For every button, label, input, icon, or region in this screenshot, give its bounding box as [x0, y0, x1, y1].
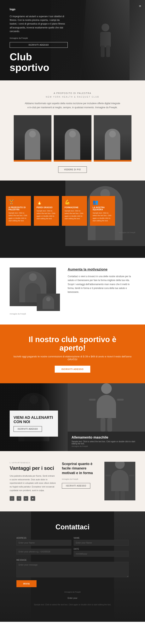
athlete-figure-3: [94, 115, 132, 162]
about-section: A proposito di palestra NEW YORK HEALTH …: [0, 80, 145, 180]
orange-cta-subtitle: Iscriviti oggi pagando le nostre commiss…: [10, 355, 135, 361]
feature-text-1: Sample text. Click to select the text bo…: [8, 212, 28, 222]
train-left-column: VIENI AD ALLENARTI CON NOI ISCRIVITI ADE…: [0, 383, 68, 451]
name-input[interactable]: [74, 540, 128, 546]
features-attribution: Immagine da Freepik: [4, 232, 137, 236]
train-right-text: Sample text. Click to select the text bo…: [72, 440, 141, 445]
membership-description: Una palestra strutturata per fiume, Sent…: [10, 474, 56, 492]
menu-icon[interactable]: ≡: [139, 4, 141, 8]
athlete-figure-2: [54, 115, 92, 162]
contact-form: Address Name Date Message: [16, 537, 128, 577]
figure-1: [25, 129, 40, 160]
address-input[interactable]: [16, 540, 71, 546]
feature-text-4: Sample text. Click to select the text bo…: [92, 212, 112, 222]
facebook-icon[interactable]: f: [10, 496, 14, 501]
phone-field-group: [16, 548, 71, 557]
train-right-title: Allenamento maschile: [72, 436, 141, 440]
date-field-group: Date: [74, 548, 128, 557]
about-club-name: NEW YORK HEALTH & RACQUET CLUB: [10, 96, 135, 98]
feature-card-1: 🏋 A PROPOSITO DI PALESTRA Sample text. C…: [6, 196, 31, 226]
train-box-title: VIENI AD ALLENARTI CON NOI: [14, 415, 54, 424]
motivation-attribution: Immagine da Freepik: [10, 313, 60, 315]
contact-title: Contattaci: [10, 523, 135, 531]
motivation-image-column: Immagine da Freepik: [10, 268, 60, 315]
enter-your-label: Enter your: [10, 597, 135, 599]
orange-bar-1: [14, 160, 52, 162]
motivation-small-image: [37, 294, 60, 311]
contact-attribution: Immagine da Freepik: [10, 591, 135, 593]
hero-title: Club sportivo: [10, 52, 68, 73]
hero-description: Ci impegniamo ad aiutarti a superare i t…: [10, 15, 68, 33]
train-right-info: Allenamento maschile Sample text. Click …: [68, 432, 145, 451]
youtube-icon[interactable]: ▶: [30, 496, 35, 501]
feature-card-4: 👥 LA NOSTRA SQUADRA Sample text. Click t…: [90, 196, 115, 226]
feature-cards-container: 🏋 A PROPOSITO DI PALESTRA Sample text. C…: [6, 188, 139, 234]
message-label: Message: [16, 559, 128, 561]
motivation-content: Aumenta la motivazione Contattaci o vien…: [68, 268, 135, 298]
feature-title-3: FORMAZIONE: [64, 206, 84, 208]
membership-image-column: [104, 462, 135, 501]
hero-attribution: Immagine da Freepik: [10, 37, 68, 39]
motivation-section: Immagine da Freepik Aumenta la motivazio…: [0, 258, 145, 324]
motivation-text: Contattaci o vieni a trovarci in una del…: [68, 274, 135, 294]
orange-cta-title: Il nostro club sportivo è aperto!: [10, 335, 135, 352]
address-label: Address: [16, 537, 71, 539]
name-field-group: Name: [74, 537, 128, 546]
about-image-1: [14, 115, 52, 162]
contact-section: Contattaci Address Name Date Message: [0, 512, 145, 622]
figure-3: [105, 129, 120, 160]
about-image-3: [94, 115, 132, 162]
motivation-main-image: [10, 268, 56, 306]
train-right-column: Allenamento maschile Sample text. Click …: [68, 383, 145, 451]
about-subtitle: A proposito di palestra: [10, 92, 135, 94]
membership-middle-column: Scoprirai quanto è facile rimanere motiv…: [62, 462, 98, 501]
athlete-figure-1: [14, 115, 52, 162]
date-input[interactable]: [74, 551, 128, 557]
membership-tag: L'APPARTENENZA: [10, 462, 56, 464]
feature-card-3: 💪 FORMAZIONE Sample text. Click to selec…: [62, 196, 87, 226]
submit-button[interactable]: INVIA: [16, 580, 36, 587]
address-field-group: Address: [16, 537, 71, 546]
train-male-image: [68, 383, 145, 432]
figure-2: [65, 129, 80, 160]
see-more-button[interactable]: VEDERE DI PIÙ: [58, 166, 87, 173]
membership-signup-button[interactable]: ISCRIVITI ADESSO: [62, 483, 90, 488]
train-signup-button[interactable]: ISCRIVITI ADESSO: [14, 426, 42, 432]
about-description: Abbiamo trasformato ogni aspetto della n…: [24, 102, 121, 110]
membership-image: [104, 462, 135, 500]
message-textarea[interactable]: [16, 562, 128, 577]
hero-cta-button[interactable]: ISCRIVITI ADESSO: [10, 42, 68, 48]
linkedin-icon[interactable]: in: [24, 496, 28, 501]
train-attribution: Immagine da Freepik: [72, 445, 141, 447]
feature-text-3: Sample text. Click to select the text bo…: [64, 210, 84, 220]
membership-attribution: Immagine da Freepik: [62, 478, 98, 480]
name-label: Name: [74, 537, 128, 539]
feature-text-2: Sample text. Click to select the text bo…: [36, 210, 56, 220]
train-section: VIENI AD ALLENARTI CON NOI ISCRIVITI ADE…: [0, 383, 145, 451]
fire-icon: 🔥: [36, 200, 56, 205]
muscle-icon: 💪: [64, 200, 84, 205]
logo: logo: [10, 8, 68, 11]
twitter-icon[interactable]: 𝕏: [17, 496, 21, 501]
hamburger-icon: ≡: [139, 4, 141, 8]
phone-input[interactable]: [16, 549, 71, 554]
feature-title-2: PERDI GRASSO: [36, 206, 56, 208]
team-icon: 👥: [92, 200, 112, 205]
orange-bar-3: [94, 160, 132, 162]
feature-title-4: LA NOSTRA SQUADRA: [92, 206, 112, 211]
membership-section: L'APPARTENENZA Vantaggi per i soci Una p…: [0, 451, 145, 512]
hero-content: logo Ci impegniamo ad aiutarti a superar…: [0, 0, 77, 80]
message-field-group: Message: [16, 559, 128, 577]
orange-bar-2: [54, 160, 92, 162]
train-info-box: VIENI AD ALLENARTI CON NOI ISCRIVITI ADE…: [10, 410, 58, 436]
gym-icon: 🏋: [8, 200, 28, 205]
hero-section: logo Ci impegniamo ad aiutarti a superar…: [0, 0, 145, 80]
orange-cta-section: Il nostro club sportivo è aperto! Iscriv…: [0, 324, 145, 383]
about-images-row: [10, 115, 135, 162]
about-image-2: [54, 115, 92, 162]
feature-card-2: 🔥 PERDI GRASSO Sample text. Click to sel…: [34, 196, 59, 226]
features-section: 🏋 A PROPOSITO DI PALESTRA Sample text. C…: [0, 180, 145, 258]
orange-cta-button[interactable]: ISCRIVITI ADESSO: [55, 366, 90, 373]
motivation-title-link[interactable]: Aumenta la motivazione: [68, 268, 135, 272]
footer-sample-text: Sample text. Click to select the text bo…: [16, 603, 128, 606]
